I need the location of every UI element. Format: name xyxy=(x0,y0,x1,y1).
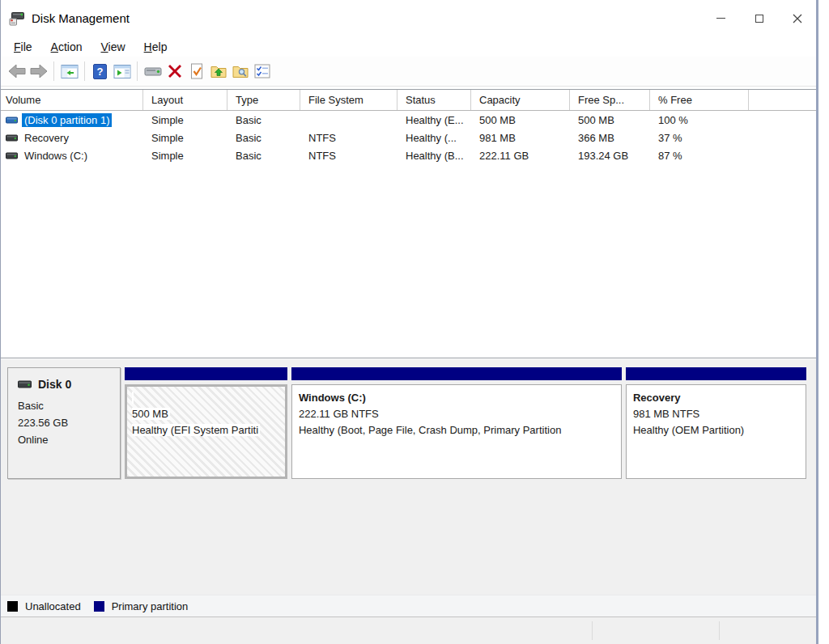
action-pane-icon xyxy=(113,64,131,79)
legend-bar: Unallocated Primary partition xyxy=(1,595,816,616)
partition-status: Healthy (EFI System Partiti xyxy=(132,424,260,436)
cell-capacity: 500 MB xyxy=(471,114,570,126)
partition-color-bar xyxy=(291,367,622,380)
volume-name: (Disk 0 partition 1) xyxy=(22,113,112,127)
disk-0-row: Disk 0 Basic 223.56 GB Online 500 MB Hea… xyxy=(7,367,806,479)
column-header-free-space[interactable]: Free Sp... xyxy=(570,90,650,110)
toolbar-separator xyxy=(84,61,85,81)
partition-windows-c[interactable]: Windows (C:) 222.11 GB NTFS Healthy (Boo… xyxy=(291,367,622,479)
maximize-button[interactable] xyxy=(740,0,778,36)
volume-icon xyxy=(6,133,18,142)
partition-color-bar xyxy=(626,367,806,380)
menu-bar: File Action View Help xyxy=(1,36,816,57)
partition-status: Healthy (Boot, Page File, Crash Dump, Pr… xyxy=(299,424,561,436)
help-button[interactable]: ? xyxy=(89,61,111,82)
menu-view[interactable]: View xyxy=(93,39,134,55)
folder-up-icon xyxy=(210,64,227,78)
back-arrow-icon xyxy=(8,64,26,78)
minimize-button[interactable] xyxy=(702,0,740,36)
column-header-file-system[interactable]: File System xyxy=(300,90,397,110)
close-button[interactable] xyxy=(778,0,816,36)
partition-size: 500 MB xyxy=(132,408,170,420)
table-row[interactable]: Windows (C:) Simple Basic NTFS Healthy (… xyxy=(1,146,816,164)
show-action-pane-button[interactable] xyxy=(111,61,133,82)
cell-status: Healthy (E... xyxy=(397,114,471,126)
back-button[interactable] xyxy=(6,61,28,82)
toolbar-separator xyxy=(137,61,138,81)
maximize-icon xyxy=(755,15,763,23)
cell-capacity: 981 MB xyxy=(471,132,570,144)
partition-size: 981 MB NTFS xyxy=(633,408,699,420)
partition-efi-box: 500 MB Healthy (EFI System Partiti xyxy=(125,384,287,479)
volume-name: Windows (C:) xyxy=(22,149,90,163)
table-row[interactable]: Recovery Simple Basic NTFS Healthy (... … xyxy=(1,129,816,146)
folder-search-icon xyxy=(232,64,249,78)
partition-size: 222.11 GB NTFS xyxy=(299,408,379,420)
disk-status: Online xyxy=(18,431,120,448)
delete-x-icon xyxy=(168,64,182,78)
menu-file[interactable]: File xyxy=(6,39,40,55)
legend-label-unallocated: Unallocated xyxy=(25,600,81,612)
disk-drive-icon xyxy=(144,65,162,78)
title-bar: Disk Management xyxy=(1,0,816,36)
partition-name: Recovery xyxy=(633,392,681,404)
volume-icon xyxy=(6,116,18,125)
disk-type: Basic xyxy=(18,397,120,414)
delete-volume-button[interactable] xyxy=(164,61,185,82)
column-header-status[interactable]: Status xyxy=(397,90,471,110)
properties-button[interactable] xyxy=(251,61,273,82)
cell-layout: Simple xyxy=(143,114,227,126)
close-icon xyxy=(793,14,802,23)
partition-strip: 500 MB Healthy (EFI System Partiti Windo… xyxy=(125,367,806,479)
column-header-type[interactable]: Type xyxy=(227,90,300,110)
partition-status: Healthy (OEM Partition) xyxy=(633,424,744,436)
status-bar-divider xyxy=(592,621,593,640)
column-header-capacity[interactable]: Capacity xyxy=(471,90,570,110)
table-row[interactable]: (Disk 0 partition 1) Simple Basic Health… xyxy=(1,111,816,129)
column-header-layout[interactable]: Layout xyxy=(143,90,227,110)
partition-name xyxy=(132,392,134,404)
disk-management-app-icon xyxy=(9,11,25,26)
window-controls xyxy=(702,0,816,36)
partition-recovery[interactable]: Recovery 981 MB NTFS Healthy (OEM Partit… xyxy=(626,367,806,479)
cell-file-system: NTFS xyxy=(300,132,397,144)
partition-recovery-box: Recovery 981 MB NTFS Healthy (OEM Partit… xyxy=(626,384,806,479)
menu-help[interactable]: Help xyxy=(136,39,176,55)
cell-pct-free: 37 % xyxy=(650,132,749,144)
volume-list-header: Volume Layout Type File System Status Ca… xyxy=(1,90,816,111)
column-header-filler xyxy=(749,90,816,110)
partition-efi[interactable]: 500 MB Healthy (EFI System Partiti xyxy=(125,367,287,479)
volume-list-panel: Volume Layout Type File System Status Ca… xyxy=(1,89,816,358)
disk-0-panel[interactable]: Disk 0 Basic 223.56 GB Online xyxy=(7,367,121,479)
legend-label-primary: Primary partition xyxy=(112,600,189,612)
forward-button[interactable] xyxy=(28,61,49,82)
document-check-icon xyxy=(189,63,204,79)
disk-graphic-view: Disk 0 Basic 223.56 GB Online 500 MB Hea… xyxy=(1,359,816,595)
help-icon: ? xyxy=(93,64,107,79)
cell-type: Basic xyxy=(227,132,300,144)
status-bar-divider xyxy=(719,621,720,640)
cell-layout: Simple xyxy=(143,132,227,144)
partition-windows-box: Windows (C:) 222.11 GB NTFS Healthy (Boo… xyxy=(291,384,622,479)
menu-action[interactable]: Action xyxy=(43,39,91,55)
folder-explore-button[interactable] xyxy=(229,61,251,82)
column-header-pct-free[interactable]: % Free xyxy=(650,90,749,110)
window-title: Disk Management xyxy=(32,11,130,25)
volume-icon xyxy=(6,151,18,160)
disk-status-button[interactable] xyxy=(142,61,164,82)
folder-up-button[interactable] xyxy=(207,61,229,82)
toolbar: ? xyxy=(1,57,816,87)
cell-file-system: NTFS xyxy=(300,150,397,162)
show-console-tree-button[interactable] xyxy=(58,61,80,82)
volume-name: Recovery xyxy=(22,131,71,145)
cell-capacity: 222.11 GB xyxy=(471,150,570,162)
console-tree-icon xyxy=(61,64,79,79)
cell-status: Healthy (B... xyxy=(397,150,471,162)
column-header-volume[interactable]: Volume xyxy=(1,90,143,110)
toolbar-separator xyxy=(53,61,54,81)
mark-active-button[interactable] xyxy=(185,61,207,82)
disk-icon xyxy=(18,379,32,389)
cell-type: Basic xyxy=(227,150,300,162)
screen: Disk Management File Action View Help xyxy=(0,0,829,644)
cell-pct-free: 100 % xyxy=(650,114,749,126)
